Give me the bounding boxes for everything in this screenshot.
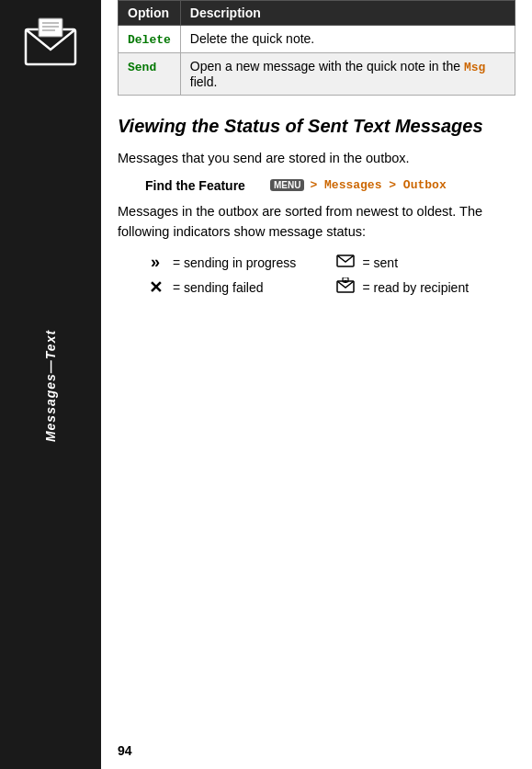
indicators-grid: » = sending in progress = sent ✕ = sendi…: [145, 253, 515, 298]
msg-field-code: Msg: [464, 61, 485, 74]
indicator-sent-label: = sent: [363, 255, 399, 270]
indicator-failed: ✕ = sending failed: [145, 277, 326, 298]
indicator-read: = read by recipient: [335, 277, 516, 298]
table-header-option: Option: [119, 1, 181, 26]
section-title: Viewing the Status of Sent Text Messages: [118, 114, 515, 138]
find-feature-label: Find the Feature: [145, 178, 265, 193]
sidebar-label-container: Messages—Text: [0, 110, 101, 662]
svg-rect-1: [39, 18, 62, 37]
read-icon: [335, 277, 356, 298]
sent-icon: [335, 254, 356, 272]
sending-icon: »: [145, 253, 165, 272]
option-table: Option Description Delete Delete the qui…: [118, 0, 515, 96]
find-feature-row: Find the Feature MENU > Messages > Outbo…: [145, 178, 515, 193]
table-cell-desc-1: Delete the quick note.: [180, 26, 515, 53]
indicator-sent: = sent: [335, 253, 516, 272]
menu-badge: MENU: [270, 179, 304, 191]
main-content: Option Description Delete Delete the qui…: [101, 0, 532, 769]
table-row: Send Open a new message with the quick n…: [119, 53, 515, 96]
option-send-code: Send: [128, 61, 156, 74]
sidebar: Messages—Text: [0, 0, 101, 769]
indicator-sending-label: = sending in progress: [173, 255, 296, 270]
indicator-read-label: = read by recipient: [363, 280, 470, 295]
table-cell-option-2: Send: [119, 53, 181, 96]
body-text-1: Messages that you send are stored in the…: [118, 149, 515, 169]
body-text-2: Messages in the outbox are sorted from n…: [118, 202, 515, 243]
table-header-description: Description: [180, 1, 515, 26]
table-cell-option-1: Delete: [119, 26, 181, 53]
envelope-icon: [22, 17, 79, 70]
sidebar-icon-area: [0, 0, 101, 79]
indicator-sending: » = sending in progress: [145, 253, 326, 272]
table-cell-desc-2: Open a new message with the quick note i…: [180, 53, 515, 96]
table-row: Delete Delete the quick note.: [119, 26, 515, 53]
sidebar-label: Messages—Text: [43, 330, 58, 442]
page-number: 94: [118, 743, 132, 758]
svg-rect-8: [344, 280, 346, 283]
failed-icon: ✕: [145, 277, 165, 298]
option-delete-code: Delete: [128, 33, 171, 47]
nav-path: > Messages > Outbox: [310, 178, 446, 192]
indicator-failed-label: = sending failed: [173, 280, 263, 295]
